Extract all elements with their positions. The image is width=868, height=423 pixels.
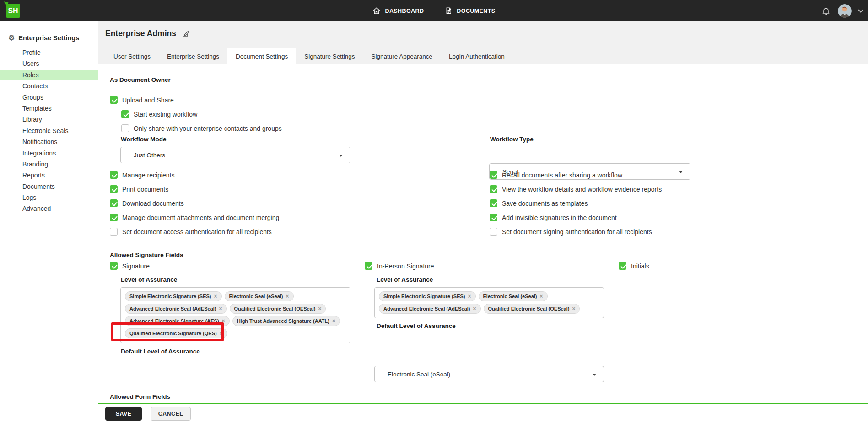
- check-label: Add invisible signatures in the document: [502, 214, 617, 221]
- checkbox-start-existing-workflow[interactable]: [121, 110, 129, 118]
- default-loa-right-value: Electronic Seal (eSeal): [388, 371, 450, 378]
- remove-chip-icon[interactable]: ×: [220, 330, 223, 337]
- topbar-right: [821, 0, 863, 21]
- checkbox-doc-access-auth[interactable]: [110, 228, 118, 236]
- check-label: Initials: [631, 262, 649, 270]
- chip-adeseal[interactable]: Advanced Electronic Seal (AdESeal)×: [379, 304, 481, 314]
- sidebar-item-integrations[interactable]: Integrations: [0, 148, 98, 159]
- checkbox-upload-and-share[interactable]: [110, 96, 118, 104]
- sidebar-item-users[interactable]: Users: [0, 58, 98, 69]
- sidebar-item-groups[interactable]: Groups: [0, 92, 98, 103]
- sidebar-item-profile[interactable]: Profile: [0, 47, 98, 58]
- app-root: SH DASHBOARD DOCUMENTS: [0, 0, 868, 423]
- tab-enterprise-settings[interactable]: Enterprise Settings: [159, 48, 227, 64]
- notification-bell-icon[interactable]: [821, 6, 830, 16]
- sidebar-item-notifications[interactable]: Notifications: [0, 136, 98, 147]
- chip-ses[interactable]: Simple Electronic Signature (SES)×: [125, 291, 222, 301]
- remove-chip-icon[interactable]: ×: [219, 305, 222, 312]
- tab-signature-appearance[interactable]: Signature Appearance: [363, 48, 441, 64]
- check-label: Manage recipients: [122, 171, 174, 179]
- tab-login-authentication[interactable]: Login Authentication: [441, 48, 513, 64]
- check-manage-attachments: Manage document attachments and document…: [110, 210, 279, 225]
- default-loa-right-select[interactable]: Electronic Seal (eSeal): [374, 366, 604, 382]
- chip-qeseal[interactable]: Qualified Electronic Seal (QESeal)×: [484, 304, 580, 314]
- chip-row: Simple Electronic Signature (SES)× Elect…: [124, 290, 347, 302]
- chevron-down-icon[interactable]: [858, 7, 863, 12]
- sidebar-header-enterprise-settings[interactable]: ⚙ Enterprise Settings: [0, 21, 98, 45]
- save-button[interactable]: SAVE: [105, 407, 142, 421]
- check-label: Save documents as templates: [502, 200, 588, 207]
- remove-chip-icon[interactable]: ×: [468, 293, 471, 300]
- checkbox-only-share-enterprise[interactable]: [121, 124, 129, 132]
- remove-chip-icon[interactable]: ×: [318, 305, 321, 312]
- loa-right-multiselect[interactable]: Simple Electronic Signature (SES)× Elect…: [374, 287, 604, 318]
- checkbox-download-documents[interactable]: [110, 199, 118, 207]
- checkbox-in-person-signature[interactable]: [365, 262, 372, 270]
- remove-chip-icon[interactable]: ×: [332, 318, 335, 324]
- chip-qeseal[interactable]: Qualified Electronic Seal (QESeal)×: [230, 304, 326, 314]
- footer-bar: SAVE CANCEL: [98, 403, 868, 423]
- workflow-mode-select[interactable]: Just Others: [120, 147, 350, 163]
- checkbox-save-as-templates[interactable]: [490, 199, 497, 207]
- check-invisible-signatures: Add invisible signatures in the document: [490, 210, 662, 225]
- sidebar-item-contacts[interactable]: Contacts: [0, 80, 98, 91]
- sidebar-item-logs[interactable]: Logs: [0, 192, 98, 203]
- sidebar-item-reports[interactable]: Reports: [0, 170, 98, 181]
- remove-chip-icon[interactable]: ×: [222, 318, 225, 324]
- sidebar-item-roles[interactable]: Roles: [0, 70, 98, 80]
- check-upload-and-share: Upload and Share: [110, 93, 282, 107]
- tab-signature-settings[interactable]: Signature Settings: [296, 48, 363, 64]
- sidebar-list: Profile Users Roles Contacts Groups Temp…: [0, 47, 98, 214]
- checkbox-print-documents[interactable]: [110, 185, 118, 193]
- main-area: Enterprise Admins User Settings Enterpri…: [98, 21, 868, 423]
- chip-aatl[interactable]: High Trust Advanced Signature (AATL)×: [232, 316, 340, 326]
- sidebar-item-branding[interactable]: Branding: [0, 159, 98, 170]
- documents-icon: [444, 7, 453, 15]
- remove-chip-icon[interactable]: ×: [540, 293, 543, 300]
- remove-chip-icon[interactable]: ×: [286, 293, 289, 300]
- sidebar-item-electronic-seals[interactable]: Electronic Seals: [0, 125, 98, 136]
- chip-qes-highlighted[interactable]: Qualified Electronic Signature (QES)×: [125, 328, 227, 338]
- checkbox-signature[interactable]: [110, 262, 118, 270]
- chip-row: Advanced Electronic Signature (AES)× Hig…: [124, 315, 347, 327]
- check-label: Set document access authentication for a…: [122, 228, 272, 236]
- chip-aes[interactable]: Advanced Electronic Signature (AES)×: [125, 316, 230, 326]
- nav-documents[interactable]: DOCUMENTS: [444, 7, 495, 15]
- document-settings-panel: As Document Owner Upload and Share Start…: [98, 64, 868, 403]
- checkbox-initials[interactable]: [619, 262, 626, 270]
- nav-dashboard[interactable]: DASHBOARD: [372, 7, 424, 15]
- check-label: Print documents: [122, 186, 168, 193]
- sidebar-item-library[interactable]: Library: [0, 114, 98, 125]
- sidebar-item-documents[interactable]: Documents: [0, 181, 98, 192]
- checkbox-invisible-signatures[interactable]: [490, 214, 497, 221]
- checkbox-manage-recipients[interactable]: [110, 171, 118, 179]
- edit-role-name-icon[interactable]: [182, 30, 189, 37]
- chip-label: Electronic Seal (eSeal): [229, 294, 283, 299]
- check-label: Recall documents after sharing a workflo…: [502, 171, 622, 179]
- checkbox-manage-attachments[interactable]: [110, 214, 118, 221]
- checkbox-recall-documents[interactable]: [490, 171, 497, 179]
- check-label: Manage document attachments and document…: [122, 214, 279, 221]
- default-loa-left-label: Default Level of Assurance: [121, 348, 200, 355]
- sidebar-item-advanced[interactable]: Advanced: [0, 203, 98, 214]
- default-loa-right-label: Default Level of Assurance: [377, 322, 456, 329]
- gear-icon: ⚙: [8, 34, 15, 42]
- checkbox-doc-signing-auth[interactable]: [490, 228, 497, 236]
- remove-chip-icon[interactable]: ×: [473, 305, 476, 312]
- checkbox-view-workflow-details[interactable]: [490, 185, 497, 193]
- chip-eseal[interactable]: Electronic Seal (eSeal)×: [479, 291, 548, 301]
- tab-document-settings[interactable]: Document Settings: [227, 48, 296, 64]
- chip-adeseal[interactable]: Advanced Electronic Seal (AdESeal)×: [125, 304, 227, 314]
- user-avatar[interactable]: [838, 4, 852, 18]
- tab-user-settings[interactable]: User Settings: [105, 48, 159, 64]
- check-manage-recipients: Manage recipients: [110, 168, 279, 182]
- loa-left-multiselect[interactable]: Simple Electronic Signature (SES)× Elect…: [120, 287, 350, 343]
- page-title: Enterprise Admins: [105, 29, 176, 38]
- sidebar-header-label: Enterprise Settings: [18, 34, 79, 42]
- chip-eseal[interactable]: Electronic Seal (eSeal)×: [225, 291, 294, 301]
- cancel-button[interactable]: CANCEL: [151, 407, 191, 421]
- remove-chip-icon[interactable]: ×: [214, 293, 217, 300]
- sidebar-item-templates[interactable]: Templates: [0, 103, 98, 114]
- chip-ses[interactable]: Simple Electronic Signature (SES)×: [379, 291, 476, 301]
- remove-chip-icon[interactable]: ×: [572, 305, 575, 312]
